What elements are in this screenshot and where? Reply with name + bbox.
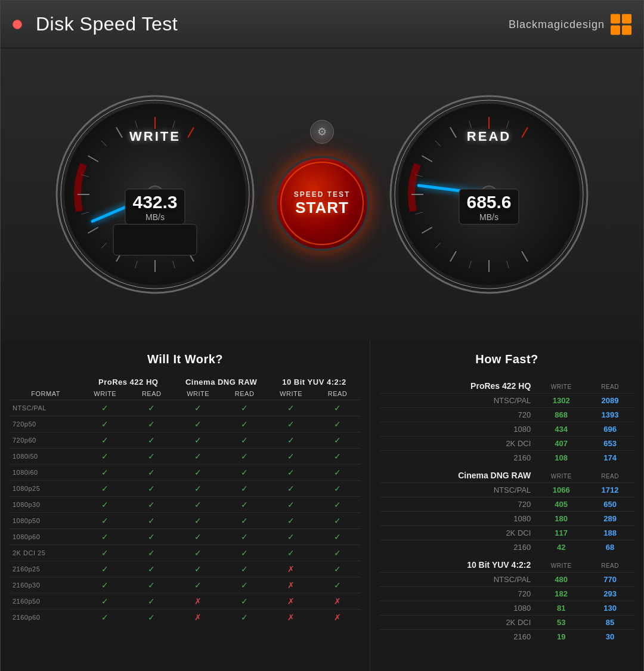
checkmark-icon: ✓ [148, 468, 155, 477]
speed-row: 2K DCI117188 [379, 526, 634, 540]
checkmark-icon: ✓ [287, 468, 295, 477]
yuv-header: 10 Bit YUV 4:2:2 [268, 375, 361, 388]
checkmark-icon: ✓ [241, 484, 248, 493]
check-cell: ✓ [268, 497, 314, 513]
check-cell: ✓ [221, 577, 268, 593]
gauge-section: WRITE 432.3 MB/s ⚙ SPEED TEST START [1, 48, 643, 341]
how-fast-panel: How Fast? ProRes 422 HQWRITEREADNTSC/PAL… [370, 341, 643, 671]
read-label: READ [459, 129, 519, 144]
check-cell: ✓ [82, 497, 128, 513]
speed-group-row: ProRes 422 HQWRITEREAD [379, 375, 634, 394]
check-cell: ✓ [128, 400, 175, 416]
check-cell: ✓ [175, 465, 221, 481]
resolution-name: 720 [379, 497, 537, 512]
check-cell: ✗ [268, 577, 314, 593]
check-cell: ✓ [82, 513, 128, 529]
write-speed: 42 [537, 540, 586, 555]
speed-table: ProRes 422 HQWRITEREADNTSC/PAL1302208972… [379, 375, 634, 644]
table-row: 1080p60✓✓✓✓✓✓ [10, 529, 361, 545]
yuv-write-header: WRITE [268, 388, 314, 400]
check-cell: ✓ [314, 481, 361, 497]
read-speed: 293 [586, 587, 634, 601]
settings-button[interactable]: ⚙ [310, 120, 334, 144]
speed-row: 2K DCI5385 [379, 616, 634, 630]
check-cell: ✓ [221, 481, 268, 497]
title-bar: Disk Speed Test Blackmagicdesign [1, 1, 643, 48]
check-cell: ✓ [314, 432, 361, 449]
will-it-work-title: Will It Work? [10, 352, 361, 366]
check-cell: ✓ [175, 416, 221, 432]
check-cell: ✗ [314, 593, 361, 610]
check-cell: ✓ [314, 561, 361, 577]
resolution-name: 2K DCI [379, 526, 537, 540]
checkmark-icon: ✓ [334, 452, 341, 461]
checkmark-icon: ✓ [101, 403, 109, 413]
read-speed: 68 [586, 540, 634, 555]
check-cell: ✓ [268, 432, 314, 449]
speed-group-row: 10 Bit YUV 4:2:2WRITEREAD [379, 554, 634, 573]
table-row: 1080i50✓✓✓✓✓✓ [10, 449, 361, 465]
yuv-read-header: READ [314, 388, 361, 400]
read-speed: 653 [586, 437, 634, 451]
check-cell: ✓ [268, 416, 314, 432]
checkmark-icon: ✓ [334, 532, 341, 542]
check-cell: ✓ [268, 400, 314, 416]
read-gauge: READ 685.6 MB/s [388, 93, 590, 296]
format-cell: 1080p50 [10, 513, 82, 529]
checkmark-icon: ✓ [101, 484, 109, 493]
check-cell: ✗ [175, 593, 221, 610]
write-label: WRITE [125, 129, 185, 144]
checkmark-icon: ✓ [287, 516, 295, 525]
check-cell: ✓ [314, 400, 361, 416]
format-cell: 2160p30 [10, 577, 82, 593]
speed-row: 21604268 [379, 540, 634, 555]
checkmark-icon: ✓ [287, 532, 295, 542]
write-speed: 434 [537, 422, 586, 437]
brand-square-2 [622, 14, 631, 23]
table-row: 2K DCI 25✓✓✓✓✓✓ [10, 545, 361, 561]
check-cell: ✓ [221, 561, 268, 577]
table-row: 2160p30✓✓✓✓✗✓ [10, 577, 361, 593]
read-unit: MB/s [466, 212, 511, 222]
cdng-write-header: WRITE [175, 388, 221, 400]
format-col-header [10, 375, 82, 388]
check-cell: ✓ [314, 449, 361, 465]
cdng-read-header: READ [221, 388, 268, 400]
checkmark-icon: ✓ [194, 532, 202, 542]
checkmark-icon: ✓ [287, 419, 295, 429]
brand-icon [611, 14, 631, 35]
format-cell: 1080i60 [10, 465, 82, 481]
check-cell: ✓ [128, 561, 175, 577]
check-cell: ✓ [221, 545, 268, 561]
cross-icon: ✗ [334, 613, 341, 622]
write-speed: 1302 [537, 394, 586, 408]
read-speed: 174 [586, 451, 634, 465]
check-cell: ✓ [314, 529, 361, 545]
read-col-header: READ [586, 465, 634, 483]
checkmark-icon: ✓ [241, 532, 248, 542]
check-cell: ✓ [221, 529, 268, 545]
check-cell: ✓ [221, 513, 268, 529]
start-button[interactable]: SPEED TEST START [274, 156, 370, 251]
resolution-name: 2K DCI [379, 616, 537, 630]
checkmark-icon: ✓ [194, 468, 202, 477]
read-col-header: READ [586, 375, 634, 394]
write-speed: 405 [537, 497, 586, 512]
table-row: 1080p30✓✓✓✓✓✓ [10, 497, 361, 513]
resolution-name: NTSC/PAL [379, 394, 537, 408]
speed-row: 720405650 [379, 497, 634, 512]
check-cell: ✓ [128, 513, 175, 529]
speed-row: 108081130 [379, 601, 634, 616]
format-cell: 720p50 [10, 416, 82, 432]
check-cell: ✗ [175, 610, 221, 626]
check-cell: ✓ [175, 529, 221, 545]
checkmark-icon: ✓ [241, 468, 248, 477]
close-button[interactable] [13, 20, 22, 29]
checkmark-icon: ✓ [101, 532, 109, 542]
format-cell: 2K DCI 25 [10, 545, 82, 561]
checkmark-icon: ✓ [101, 419, 109, 429]
checkmark-icon: ✓ [287, 548, 295, 558]
resolution-name: 1080 [379, 512, 537, 526]
check-cell: ✓ [128, 593, 175, 610]
checkmark-icon: ✓ [241, 500, 248, 509]
